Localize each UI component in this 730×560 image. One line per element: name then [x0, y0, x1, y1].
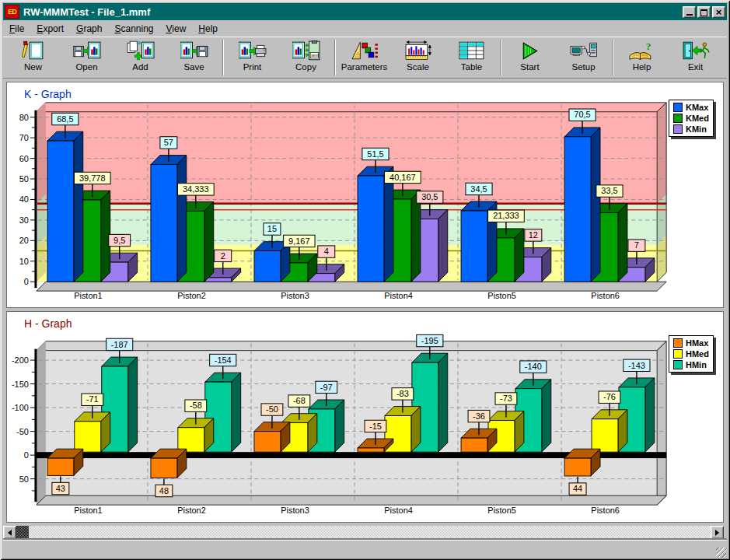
- minimize-button[interactable]: [683, 6, 696, 18]
- menubar: FileExportGraphScanningViewHelp: [3, 20, 727, 37]
- save-button[interactable]: Save: [167, 38, 221, 77]
- exit-button[interactable]: Exit: [669, 38, 722, 77]
- toolbar-button-label: Table: [461, 62, 483, 72]
- bar-hmed: [75, 422, 101, 452]
- legend-label: KMax: [686, 103, 708, 112]
- titlebar[interactable]: ED RW-MMMTest - File_1.mmf ×: [3, 3, 727, 20]
- bar-hmax: [254, 432, 281, 453]
- save-icon: [180, 40, 208, 61]
- y-tick-label: 0: [24, 277, 29, 286]
- toolbar-button-label: New: [24, 62, 42, 72]
- toolbar-separator: [612, 40, 613, 75]
- window-title: RW-MMMTest - File_1.mmf: [23, 6, 683, 18]
- category-label: Piston6: [591, 506, 620, 515]
- band: [37, 111, 657, 204]
- value-label: -76: [603, 392, 616, 401]
- setup-button[interactable]: Setup: [557, 38, 610, 77]
- close-button[interactable]: ×: [712, 6, 725, 18]
- value-label: 4: [324, 247, 329, 256]
- y-tick-label: 20: [19, 236, 29, 245]
- value-label: 34,333: [183, 184, 209, 194]
- toolbar-button-label: Copy: [295, 62, 316, 72]
- scale-button[interactable]: Scale: [391, 38, 445, 77]
- resize-grip[interactable]: [716, 548, 726, 558]
- start-button[interactable]: Start: [503, 38, 557, 77]
- setup-icon: [570, 40, 598, 61]
- menu-file[interactable]: File: [3, 22, 30, 36]
- table-button[interactable]: Table: [445, 38, 498, 77]
- legend-item-kmin: KMin: [673, 124, 709, 134]
- toolbar-group: Print.wmfCopy: [225, 37, 333, 78]
- category-label: Piston5: [487, 506, 516, 515]
- menu-scanning[interactable]: Scanning: [108, 22, 159, 36]
- bar-kmax: [47, 141, 74, 282]
- help-button[interactable]: ?Help: [615, 38, 669, 77]
- h-graph-legend: HMaxHMedHMin: [669, 335, 714, 373]
- k-graph-panel: 010203040506070809,539,77868,5234,333574…: [6, 82, 724, 308]
- legend-item-hmed: HMed: [673, 349, 709, 359]
- menu-export[interactable]: Export: [30, 22, 70, 36]
- category-label: Piston2: [177, 291, 206, 300]
- close-icon: ×: [716, 7, 722, 17]
- value-label: -68: [293, 396, 306, 405]
- add-button[interactable]: Add: [114, 38, 167, 77]
- value-label: 9,5: [114, 236, 125, 245]
- value-label: 48: [159, 486, 169, 495]
- legend-item-kmed: KMed: [673, 114, 709, 123]
- y-tick-label: 60: [19, 154, 29, 163]
- open-button[interactable]: Open: [60, 38, 114, 77]
- toolbar-button-label: Exit: [688, 62, 703, 72]
- y-tick-label: 80: [19, 113, 29, 122]
- value-label: 39,778: [79, 173, 106, 183]
- bar-kmax: [358, 176, 384, 282]
- k-graph-title: K - Graph: [24, 88, 72, 100]
- app-icon[interactable]: ED: [5, 5, 19, 19]
- parameters-button[interactable]: Parameters: [337, 38, 391, 77]
- menu-graph[interactable]: Graph: [70, 22, 108, 36]
- value-label: -83: [396, 389, 409, 398]
- legend-swatch: [673, 360, 683, 369]
- start-icon: [516, 40, 544, 61]
- value-label: 12: [529, 230, 538, 240]
- bar-kmax: [564, 137, 591, 282]
- menu-view[interactable]: View: [160, 22, 193, 36]
- value-label: 44: [573, 484, 582, 493]
- value-label: -195: [421, 336, 438, 345]
- value-label: 68,5: [57, 114, 73, 124]
- y-ticks: [30, 117, 35, 282]
- toolbar-button-label: Open: [75, 62, 97, 72]
- menu-help[interactable]: Help: [192, 22, 224, 36]
- legend-label: KMin: [686, 124, 707, 134]
- category-label: Piston6: [591, 291, 620, 300]
- h-graph-title: H - Graph: [24, 317, 72, 330]
- legend-swatch: [673, 124, 683, 134]
- toolbar-separator: [222, 40, 224, 75]
- bar-hmax: [461, 438, 487, 452]
- legend-swatch: [673, 114, 683, 123]
- copy-button[interactable]: .wmfCopy: [279, 38, 333, 77]
- y-tick-label: 10: [19, 257, 29, 266]
- y-tick-label: 50: [19, 174, 29, 184]
- print-button[interactable]: Print: [225, 38, 279, 77]
- svg-text:?: ?: [645, 40, 651, 52]
- toolbar-button-label: Print: [243, 62, 262, 72]
- legend-swatch: [673, 103, 683, 112]
- bar-hmax: [47, 458, 74, 475]
- scrollbar-thumb[interactable]: [16, 526, 29, 539]
- category-label: Piston3: [281, 291, 309, 300]
- app-window: ED RW-MMMTest - File_1.mmf × FileExportG…: [0, 0, 730, 560]
- value-label: -58: [190, 401, 202, 410]
- value-label: 15: [267, 224, 277, 233]
- toolbar: NewOpenAddSavePrint.wmfCopyParametersSca…: [3, 37, 727, 79]
- category-label: Piston4: [384, 506, 413, 515]
- new-button[interactable]: New: [6, 38, 60, 77]
- maximize-button[interactable]: [697, 6, 711, 18]
- scroll-left-button[interactable]: [3, 526, 16, 539]
- new-icon: [19, 40, 47, 61]
- app-icon-text: ED: [8, 8, 16, 16]
- scroll-right-button[interactable]: [711, 526, 724, 539]
- y-tick-label: -200: [12, 355, 29, 365]
- category-label: Piston2: [177, 506, 206, 515]
- toolbar-button-label: Parameters: [341, 62, 387, 72]
- scrollbar-track[interactable]: [29, 526, 711, 539]
